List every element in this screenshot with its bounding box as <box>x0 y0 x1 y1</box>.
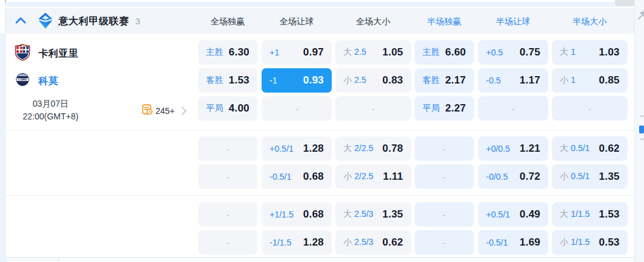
empty-odds-dash: - <box>226 238 229 247</box>
odds-value: 1.11 <box>383 171 403 183</box>
odds-cell-half-handicap-row1[interactable]: +0.50.75 <box>478 40 548 65</box>
odds-value: 1.53 <box>229 74 249 87</box>
odds-cell-full-ou-row4[interactable]: 大2/2.50.78 <box>335 136 411 161</box>
odds-selection-label: 小2/2.5 <box>343 171 373 182</box>
odds-cell-full-win-row2[interactable]: 客胜1.53 <box>198 68 257 93</box>
serie-a-logo-icon <box>38 13 53 29</box>
odds-cell-half-handicap-row5[interactable]: -0/0.50.72 <box>478 165 548 189</box>
odds-cell-half-win-row4: - <box>415 136 474 161</box>
odds-cell-full-handicap-row4[interactable]: +0.5/11.28 <box>262 136 332 161</box>
odds-cell-full-handicap-row1[interactable]: +10.97 <box>262 40 332 65</box>
column-header-half-handicap: 半场让球 <box>478 16 548 27</box>
odds-cell-half-ou-row5[interactable]: 小0.5/11.35 <box>552 165 628 189</box>
odds-value: 1.21 <box>520 143 540 155</box>
column-header-full-handicap: 全场让球 <box>262 16 332 27</box>
odds-cell-half-ou-row6[interactable]: 大1/1.51.53 <box>552 202 628 227</box>
odds-selection-label: +1/1.5 <box>270 210 293 219</box>
away-team-row[interactable]: COMO 科莫 <box>15 73 59 90</box>
odds-value: 1.35 <box>599 171 620 183</box>
odds-cell-full-ou-row1[interactable]: 大2.51.05 <box>335 40 411 65</box>
odds-value: 6.30 <box>229 46 249 58</box>
more-markets-link[interactable]: 245+ <box>142 104 185 117</box>
column-header-full-win: 全场独赢 <box>198 16 257 27</box>
odds-value: 0.97 <box>303 46 324 58</box>
previous-row-edge <box>5 2 633 7</box>
odds-cell-full-win-row5: - <box>198 165 257 189</box>
odds-cell-half-handicap-row2[interactable]: -0.51.17 <box>478 68 548 93</box>
odds-cell-half-ou-row2[interactable]: 小10.85 <box>552 68 628 93</box>
odds-value: 0.49 <box>520 208 540 221</box>
odds-value: 1.03 <box>599 46 620 58</box>
odds-cell-half-win-row2[interactable]: 客胜2.17 <box>415 68 474 93</box>
empty-odds-dash: - <box>226 144 229 154</box>
away-team-crest-icon: COMO <box>15 71 30 91</box>
empty-odds-dash: - <box>589 104 591 113</box>
odds-selection-label: 主胜 <box>423 47 440 58</box>
odds-cell-half-handicap-row6[interactable]: +0.5/10.49 <box>478 202 548 227</box>
odds-cell-half-ou-row7[interactable]: 小1/1.50.53 <box>552 230 628 255</box>
odds-cell-full-win-row1[interactable]: 主胜6.30 <box>198 40 257 65</box>
odds-cell-half-ou-row4[interactable]: 大0.5/10.62 <box>552 136 628 161</box>
odds-cell-full-win-row7: - <box>198 230 257 255</box>
league-match-count: 3 <box>135 16 140 26</box>
odds-cell-half-ou-row3: - <box>552 96 628 121</box>
odds-cell-full-ou-row2[interactable]: 小2.50.83 <box>335 68 411 93</box>
empty-odds-dash: - <box>295 104 298 113</box>
odds-value: 0.75 <box>520 46 540 58</box>
odds-cell-full-win-row4: - <box>198 136 257 161</box>
odds-selection-label: -0.5 <box>486 76 501 85</box>
odds-selection-label: 大2.5/3 <box>343 209 373 220</box>
next-row-edge <box>5 258 59 262</box>
odds-cell-half-ou-row1[interactable]: 大11.03 <box>552 40 628 65</box>
odds-cell-half-handicap-row7[interactable]: -0.5/11.69 <box>478 230 548 255</box>
collapse-chevron-up-icon[interactable] <box>15 15 27 26</box>
pin-icon[interactable] <box>636 10 644 22</box>
sliver-glyph <box>640 138 644 140</box>
home-team-name: 卡利亚里 <box>38 48 79 60</box>
odds-value: 0.68 <box>303 208 324 221</box>
odds-cell-half-win-row3[interactable]: 平局2.27 <box>415 96 474 121</box>
odds-selection-label: -0.5/1 <box>486 238 508 247</box>
odds-cell-full-ou-row5[interactable]: 小2/2.51.11 <box>335 165 411 189</box>
odds-value: 0.53 <box>599 236 620 249</box>
odds-selection-label: 小2.5/3 <box>343 237 373 248</box>
odds-cell-half-handicap-row4[interactable]: +0/0.51.21 <box>478 136 548 161</box>
odds-cell-half-win-row6: - <box>415 202 474 227</box>
group-divider <box>5 195 634 196</box>
home-team-row[interactable]: 卡利亚里 <box>15 45 79 62</box>
odds-cell-full-ou-row3: - <box>335 96 411 121</box>
odds-selection-label: 大0.5/1 <box>560 143 590 154</box>
group-divider <box>5 130 634 130</box>
svg-text:COMO: COMO <box>18 78 27 81</box>
sliver-glyph <box>639 126 644 133</box>
odds-selection-label: 客胜 <box>423 75 440 86</box>
odds-selection-label: -0.5/1 <box>270 172 292 182</box>
odds-cell-full-handicap-row7[interactable]: -1/1.51.28 <box>262 230 332 255</box>
odds-selection-label: +0.5/1 <box>486 210 510 219</box>
odds-cell-full-win-row6: - <box>198 202 257 227</box>
sliver-glyph <box>640 115 644 117</box>
odds-selection-label: +0.5 <box>486 48 503 57</box>
odds-selection-label: 小1 <box>560 75 576 86</box>
match-start-time: 22:00(GMT+8) <box>11 110 90 123</box>
odds-cell-full-handicap-row6[interactable]: +1/1.50.68 <box>262 202 332 227</box>
odds-cell-full-ou-row6[interactable]: 大2.5/31.35 <box>335 202 411 227</box>
odds-value: 1.35 <box>382 208 403 221</box>
odds-value: 0.72 <box>520 171 540 183</box>
odds-cell-full-handicap-row2[interactable]: -10.93 <box>262 68 332 93</box>
odds-cell-half-win-row5: - <box>415 165 474 189</box>
odds-cell-full-win-row3[interactable]: 平局4.00 <box>198 96 257 121</box>
odds-selection-label: -1/1.5 <box>270 238 292 247</box>
odds-cell-half-handicap-row3: - <box>478 96 548 121</box>
empty-odds-dash: - <box>226 172 229 182</box>
odds-value: 1.17 <box>520 74 540 87</box>
odds-value: 0.93 <box>303 74 324 87</box>
odds-cell-full-ou-row7[interactable]: 小2.5/30.62 <box>335 230 411 255</box>
odds-cell-full-handicap-row5[interactable]: -0.5/10.68 <box>262 165 332 189</box>
odds-selection-label: 平局 <box>206 103 223 114</box>
odds-selection-label: 大1 <box>560 47 576 58</box>
odds-cell-half-win-row1[interactable]: 主胜6.60 <box>415 40 474 65</box>
empty-odds-dash: - <box>512 104 514 113</box>
empty-odds-dash: - <box>372 104 374 113</box>
odds-selection-label: 小2.5 <box>343 75 366 86</box>
